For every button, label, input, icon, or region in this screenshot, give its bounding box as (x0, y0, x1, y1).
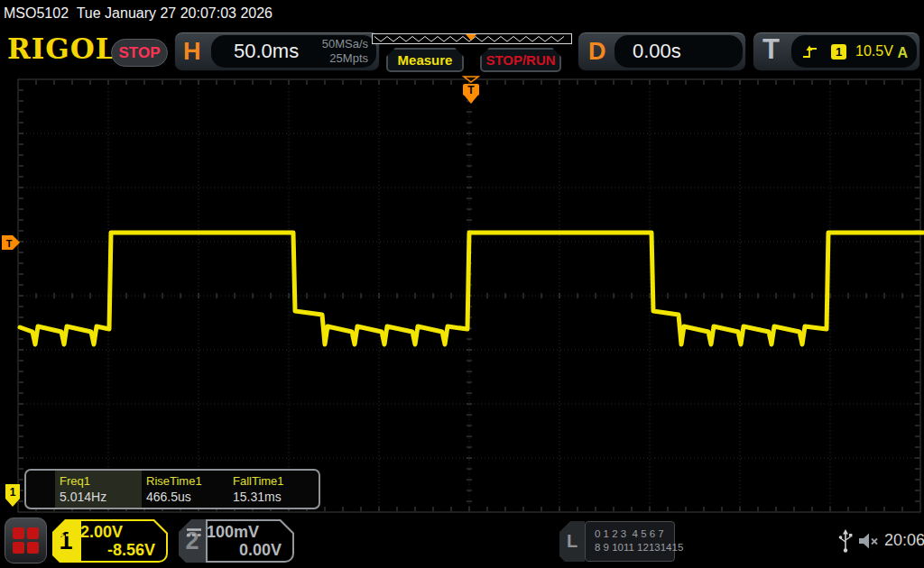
measurement-results-box[interactable]: Freq1 5.014Hz RiseTime1 466.5us FallTime… (24, 469, 320, 509)
channel2-scale: 100mV (207, 523, 259, 542)
measurement-label: RiseTime1 (146, 474, 228, 488)
trigger-position-letter: T (467, 84, 475, 96)
grid-menu-icon (13, 527, 39, 554)
speaker-muted-icon (857, 532, 881, 550)
measurement-risetime[interactable]: RiseTime1 466.5us (142, 471, 228, 508)
channel2-widget[interactable]: 2 100mV 0.00V (179, 519, 294, 563)
digital-channel-list: 0 1 2 3 4 5 6 78 9 1011 12131415 (585, 521, 675, 562)
trigger-level-marker[interactable]: T (2, 235, 20, 250)
channel1-marker-number: 1 (10, 486, 16, 499)
channel1-offset: -8.56V (107, 541, 155, 560)
clock: 20:06 (884, 531, 924, 550)
channel2-offset: 0.00V (239, 541, 282, 560)
measurement-label: FallTime1 (233, 474, 315, 488)
channel1-widget[interactable]: 1 2.00V -8.56V (52, 519, 168, 563)
channel2-scale-row: 100mV (186, 523, 259, 542)
channel1-trace (20, 233, 923, 344)
measurement-falltime[interactable]: FallTime1 15.31ms (228, 471, 315, 508)
dc-coupling-icon (60, 527, 76, 537)
trigger-position-marker[interactable]: T (463, 77, 479, 104)
digital-row1: 0 1 2 3 4 5 6 7 (595, 527, 674, 541)
digital-row2: 8 9 1011 12131415 (595, 541, 674, 554)
trigger-level-letter: T (6, 238, 13, 249)
measurement-value: 466.5us (146, 490, 228, 504)
digital-channels-widget[interactable]: L 0 1 2 3 4 5 6 78 9 1011 12131415 (559, 521, 675, 562)
oscilloscope-screen: MSO5102 Tue January 27 20:07:03 2026 RIG… (0, 0, 924, 568)
measurement-value: 5.014Hz (60, 490, 142, 504)
usb-icon (837, 528, 854, 554)
channel1-scale-row: 2.00V (60, 523, 123, 542)
quick-menu-button[interactable] (5, 518, 47, 563)
measurement-freq[interactable]: Freq1 5.014Hz (55, 471, 142, 508)
dc-coupling-icon (186, 527, 202, 537)
measurement-label: Freq1 (60, 474, 142, 488)
channel1-scale: 2.00V (80, 523, 123, 542)
measurement-value: 15.31ms (233, 490, 315, 504)
digital-tab[interactable]: L (559, 521, 585, 562)
